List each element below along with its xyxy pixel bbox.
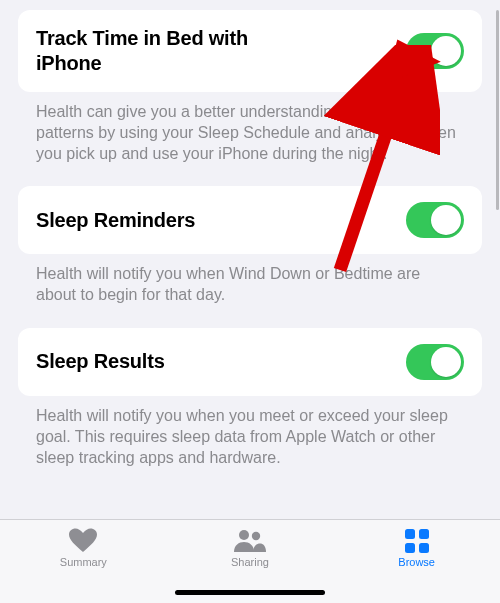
tab-bar: Summary Sharing Browse [0,519,500,603]
setting-title: Track Time in Bed with iPhone [36,26,296,76]
toggle-sleep-results[interactable] [406,344,464,380]
svg-rect-10 [405,543,415,553]
settings-list: Track Time in Bed with iPhone Health can… [0,10,500,468]
heart-icon [68,528,98,554]
setting-row-track-time: Track Time in Bed with iPhone [18,10,482,92]
svg-rect-8 [405,529,415,539]
svg-rect-9 [419,529,429,539]
grid-icon [404,528,430,554]
setting-row-sleep-results: Sleep Results [18,328,482,396]
setting-row-sleep-reminders: Sleep Reminders [18,186,482,254]
svg-rect-11 [419,543,429,553]
toggle-track-time[interactable] [406,33,464,69]
tab-browse[interactable]: Browse [334,528,499,568]
tab-sharing[interactable]: Sharing [167,528,332,568]
home-indicator[interactable] [175,590,325,595]
tab-label: Browse [398,556,435,568]
setting-description: Health will notify you when you meet or … [18,396,482,468]
tab-label: Summary [60,556,107,568]
tab-summary[interactable]: Summary [1,528,166,568]
toggle-sleep-reminders[interactable] [406,202,464,238]
svg-point-7 [252,532,260,540]
tab-label: Sharing [231,556,269,568]
toggle-thumb [431,36,461,66]
setting-description: Health will notify you when Wind Down or… [18,254,482,306]
setting-title: Sleep Reminders [36,208,195,233]
setting-title: Sleep Results [36,349,165,374]
people-icon [233,528,267,554]
svg-point-6 [239,530,249,540]
toggle-thumb [431,347,461,377]
scroll-indicator[interactable] [496,10,499,210]
setting-description: Health can give you a better understandi… [18,92,482,164]
toggle-thumb [431,205,461,235]
